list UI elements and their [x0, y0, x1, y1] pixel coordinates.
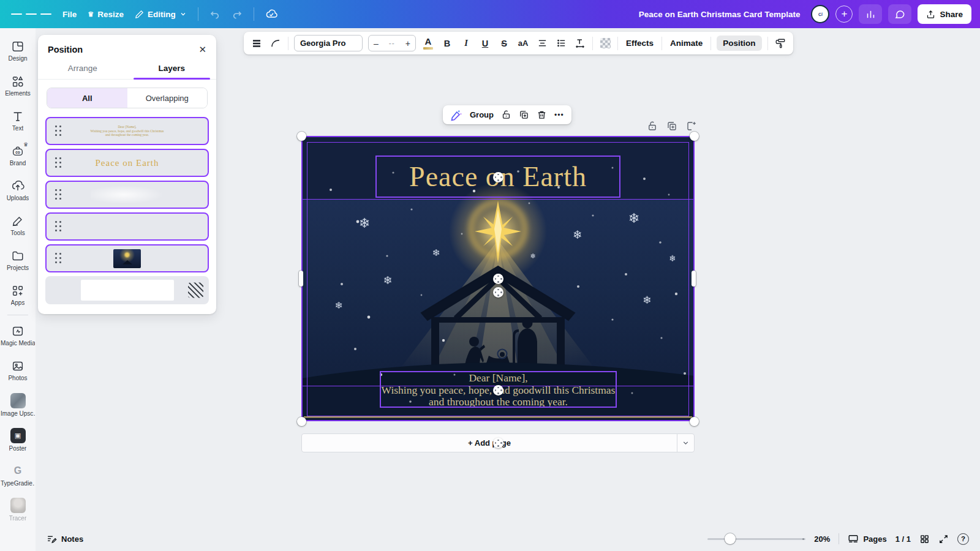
layer-message-text[interactable]: Dear [Name], Wishing you peace, hope, an…: [45, 117, 209, 145]
drag-knob[interactable]: [493, 172, 503, 182]
text-color-button[interactable]: A: [421, 35, 435, 52]
layer-page-background[interactable]: [45, 276, 209, 304]
pages-button[interactable]: Pages: [848, 533, 886, 544]
sidebar-item-projects[interactable]: Projects: [0, 242, 36, 277]
sidebar-item-apps[interactable]: Apps: [0, 277, 36, 312]
lock-page-icon[interactable]: [647, 121, 658, 132]
notes-button[interactable]: Notes: [47, 534, 83, 544]
drag-handle-icon[interactable]: [55, 221, 62, 232]
alignment-button[interactable]: [535, 35, 549, 52]
resize-button[interactable]: ♛ Resize: [88, 10, 124, 19]
lock-icon[interactable]: [501, 110, 511, 120]
filter-all[interactable]: All: [47, 88, 127, 108]
add-member-button[interactable]: +: [835, 6, 853, 23]
layer-element-2[interactable]: [45, 212, 209, 241]
drag-knob[interactable]: [493, 287, 503, 298]
curve-icon[interactable]: [269, 35, 282, 52]
group-button[interactable]: Group: [470, 110, 494, 119]
sidebar-item-text[interactable]: Text: [0, 103, 36, 138]
sidebar-item-tracer[interactable]: Tracer: [0, 492, 36, 527]
file-menu-button[interactable]: File: [62, 10, 77, 19]
photos-icon: [11, 359, 24, 373]
document-title[interactable]: Peace on Earth Christmas Card Template: [639, 10, 801, 19]
delete-icon[interactable]: [537, 110, 547, 120]
sidebar-item-image-upscaler[interactable]: Image Upsc…: [0, 388, 36, 422]
avatar[interactable]: C/: [811, 5, 829, 23]
sidebar-item-tools[interactable]: Tools: [0, 208, 36, 242]
drag-handle-icon[interactable]: [55, 157, 62, 168]
main-menu-button[interactable]: [11, 12, 51, 17]
bold-button[interactable]: B: [440, 35, 454, 52]
zoom-slider-thumb[interactable]: [725, 533, 736, 544]
editing-mode-dropdown[interactable]: Editing: [135, 10, 187, 19]
resize-handle-left[interactable]: [299, 271, 303, 287]
resize-handle-top-right[interactable]: [690, 132, 699, 141]
brand-icon: co: [11, 144, 24, 158]
drag-handle-icon[interactable]: [55, 253, 62, 264]
sidebar-item-poster[interactable]: ▣ Poster: [0, 422, 36, 457]
font-size-value[interactable]: --: [389, 39, 395, 48]
tab-arrange[interactable]: Arrange: [38, 64, 127, 79]
insights-button[interactable]: [859, 4, 882, 24]
animate-button[interactable]: Animate: [668, 39, 705, 48]
text-case-button[interactable]: aA: [516, 35, 530, 52]
duplicate-page-icon[interactable]: [666, 121, 677, 132]
strikethrough-button[interactable]: S: [497, 35, 511, 52]
drag-handle-icon[interactable]: [55, 189, 62, 200]
sidebar-divider: [7, 315, 28, 315]
sidebar-item-photos[interactable]: Photos: [0, 353, 36, 388]
underline-button[interactable]: U: [478, 35, 492, 52]
undo-button[interactable]: [209, 9, 221, 20]
zoom-slider[interactable]: [707, 533, 805, 544]
comments-button[interactable]: [888, 4, 911, 24]
drag-knob[interactable]: [493, 274, 503, 284]
drag-handle-icon[interactable]: [55, 126, 62, 137]
fullscreen-button[interactable]: [938, 534, 949, 544]
tab-layers[interactable]: Layers: [127, 64, 217, 79]
font-family-selector[interactable]: Georgia Pro: [294, 35, 363, 51]
top-bar: File ♛ Resize Editing Peace on: [0, 0, 980, 28]
zoom-level[interactable]: 20%: [814, 534, 830, 544]
layer-element-1[interactable]: [45, 181, 209, 209]
redo-button[interactable]: [232, 9, 243, 20]
add-page-dropdown[interactable]: [677, 434, 694, 452]
sidebar-item-magic-media[interactable]: Magic Media: [0, 318, 36, 353]
drag-knob[interactable]: [493, 385, 503, 395]
layer-title-text[interactable]: Peace on Earth: [45, 149, 209, 177]
sidebar-item-typegradient[interactable]: G TypeGradie…: [0, 457, 36, 492]
help-button[interactable]: ?: [957, 533, 969, 545]
position-panel: Position ✕ Arrange Layers All Overlappin…: [38, 35, 216, 314]
pattern-swatch-icon[interactable]: [188, 283, 203, 298]
duplicate-icon[interactable]: [519, 110, 529, 120]
add-page-button[interactable]: + Add page: [302, 438, 677, 448]
transparency-button[interactable]: [598, 35, 612, 52]
share-button[interactable]: Share: [918, 4, 971, 24]
decrease-font-icon[interactable]: –: [374, 39, 379, 48]
sidebar-item-brand[interactable]: ♛ co Brand: [0, 138, 36, 173]
increase-font-icon[interactable]: +: [405, 39, 410, 48]
grid-view-button[interactable]: [919, 534, 930, 544]
drag-knob[interactable]: [493, 438, 503, 448]
effects-button[interactable]: Effects: [624, 39, 656, 48]
magic-wand-icon[interactable]: [450, 109, 462, 121]
filter-overlapping[interactable]: Overlapping: [127, 88, 208, 108]
cloud-saved-icon: [265, 8, 277, 20]
resize-handle-right[interactable]: [692, 271, 696, 287]
position-button[interactable]: Position: [717, 36, 761, 51]
resize-handle-bottom-right[interactable]: [690, 417, 699, 426]
menu-bars-icon[interactable]: [250, 35, 263, 52]
resize-handle-top-left[interactable]: [297, 132, 306, 141]
italic-button[interactable]: I: [459, 35, 473, 52]
resize-handle-bottom-left[interactable]: [297, 417, 306, 426]
font-size-stepper[interactable]: – -- +: [368, 35, 416, 51]
sidebar-item-elements[interactable]: Elements: [0, 68, 36, 103]
spacing-button[interactable]: [573, 35, 587, 52]
close-icon[interactable]: ✕: [198, 44, 206, 55]
sidebar-item-design[interactable]: Design: [0, 33, 36, 68]
list-button[interactable]: [554, 35, 568, 52]
add-page-icon[interactable]: [686, 121, 697, 132]
sidebar-item-uploads[interactable]: Uploads: [0, 173, 36, 208]
layer-image[interactable]: [45, 244, 209, 272]
more-options-icon[interactable]: •••: [554, 111, 564, 119]
copy-style-icon[interactable]: [774, 35, 787, 52]
